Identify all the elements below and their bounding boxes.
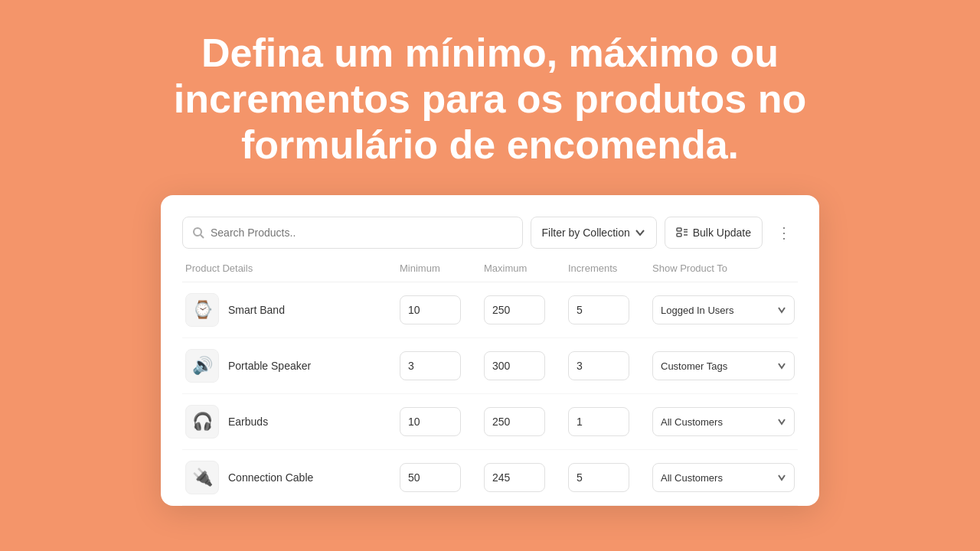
inc-input-smart-band[interactable]: [568, 295, 629, 324]
col-product: Product Details: [185, 262, 400, 274]
bulk-update-button[interactable]: Bulk Update: [665, 217, 763, 249]
show-to-select-earbuds[interactable]: All Customers: [652, 407, 795, 436]
product-img-earbuds: 🎧: [185, 405, 219, 439]
min-cell-portable-speaker: [400, 351, 484, 380]
show-to-cell-smart-band: Logged In Users: [652, 295, 795, 324]
min-cell-smart-band: [400, 295, 484, 324]
more-options-button[interactable]: ⋮: [770, 217, 798, 249]
table-row-connection-cable: 🔌 Connection Cable All Customers: [182, 450, 798, 506]
toolbar: Filter by Collection Bulk Update ⋮: [182, 217, 798, 249]
inc-input-earbuds[interactable]: [568, 407, 629, 436]
inc-cell-earbuds: [568, 407, 652, 436]
table-header: Product Details Minimum Maximum Incremen…: [182, 262, 798, 282]
product-cell-earbuds: 🎧 Earbuds: [185, 405, 400, 439]
product-img-connection-cable: 🔌: [185, 461, 219, 494]
dropdown-chevron-icon-earbuds: [777, 417, 786, 426]
dropdown-chevron-icon-connection-cable: [777, 473, 786, 482]
col-maximum: Maximum: [484, 262, 568, 274]
show-to-select-portable-speaker[interactable]: Customer Tags: [652, 351, 795, 380]
product-cell-portable-speaker: 🔊 Portable Speaker: [185, 349, 400, 383]
show-to-cell-earbuds: All Customers: [652, 407, 795, 436]
show-to-label-earbuds: All Customers: [661, 416, 723, 428]
col-minimum: Minimum: [400, 262, 484, 274]
max-input-smart-band[interactable]: [484, 295, 545, 324]
max-input-earbuds[interactable]: [484, 407, 545, 436]
inc-cell-smart-band: [568, 295, 652, 324]
show-to-cell-portable-speaker: Customer Tags: [652, 351, 795, 380]
table-row-earbuds: 🎧 Earbuds All Customers: [182, 394, 798, 450]
bulk-icon: [676, 227, 688, 239]
show-to-label-portable-speaker: Customer Tags: [661, 360, 727, 372]
hero-heading: Defina um mínimo, máximo ou incrementos …: [0, 0, 980, 195]
col-show-to: Show Product To: [652, 262, 795, 274]
show-to-label-smart-band: Logged In Users: [661, 305, 733, 316]
show-to-select-connection-cable[interactable]: All Customers: [652, 463, 795, 492]
max-cell-connection-cable: [484, 463, 568, 492]
product-name-smart-band: Smart Band: [228, 304, 285, 316]
show-to-cell-connection-cable: All Customers: [652, 463, 795, 492]
search-icon: [192, 227, 204, 239]
show-to-label-connection-cable: All Customers: [661, 472, 723, 484]
dropdown-chevron-icon-smart-band: [777, 305, 786, 315]
svg-line-1: [201, 235, 204, 238]
svg-point-0: [194, 228, 201, 236]
product-name-earbuds: Earbuds: [228, 416, 268, 428]
main-card: Filter by Collection Bulk Update ⋮ Produ…: [161, 195, 819, 506]
product-cell-smart-band: ⌚ Smart Band: [185, 293, 400, 327]
svg-rect-3: [677, 233, 681, 236]
bulk-update-label: Bulk Update: [693, 227, 751, 239]
search-wrapper: [182, 217, 523, 249]
filter-button[interactable]: Filter by Collection: [531, 217, 657, 249]
inc-input-portable-speaker[interactable]: [568, 351, 629, 380]
table-row-smart-band: ⌚ Smart Band Logged In Users: [182, 282, 798, 338]
table-row-portable-speaker: 🔊 Portable Speaker Customer Tags: [182, 338, 798, 394]
search-input[interactable]: [211, 227, 513, 239]
inc-cell-portable-speaker: [568, 351, 652, 380]
filter-label: Filter by Collection: [542, 227, 630, 239]
min-input-smart-band[interactable]: [400, 295, 461, 324]
min-cell-connection-cable: [400, 463, 484, 492]
product-name-connection-cable: Connection Cable: [228, 471, 313, 484]
min-input-earbuds[interactable]: [400, 407, 461, 436]
product-img-portable-speaker: 🔊: [185, 349, 219, 383]
min-input-connection-cable[interactable]: [400, 463, 461, 492]
max-input-connection-cable[interactable]: [484, 463, 545, 492]
max-cell-smart-band: [484, 295, 568, 324]
more-dots-icon: ⋮: [776, 223, 792, 242]
max-cell-portable-speaker: [484, 351, 568, 380]
max-input-portable-speaker[interactable]: [484, 351, 545, 380]
inc-cell-connection-cable: [568, 463, 652, 492]
max-cell-earbuds: [484, 407, 568, 436]
product-img-smart-band: ⌚: [185, 293, 219, 327]
svg-rect-2: [677, 228, 681, 231]
table-rows: ⌚ Smart Band Logged In Users: [182, 282, 798, 506]
product-cell-connection-cable: 🔌 Connection Cable: [185, 461, 400, 494]
product-name-portable-speaker: Portable Speaker: [228, 360, 311, 372]
min-cell-earbuds: [400, 407, 484, 436]
inc-input-connection-cable[interactable]: [568, 463, 629, 492]
col-increments: Increments: [568, 262, 652, 274]
min-input-portable-speaker[interactable]: [400, 351, 461, 380]
filter-chevron-icon: [635, 227, 645, 238]
dropdown-chevron-icon-portable-speaker: [777, 361, 786, 370]
show-to-select-smart-band[interactable]: Logged In Users: [652, 295, 795, 324]
